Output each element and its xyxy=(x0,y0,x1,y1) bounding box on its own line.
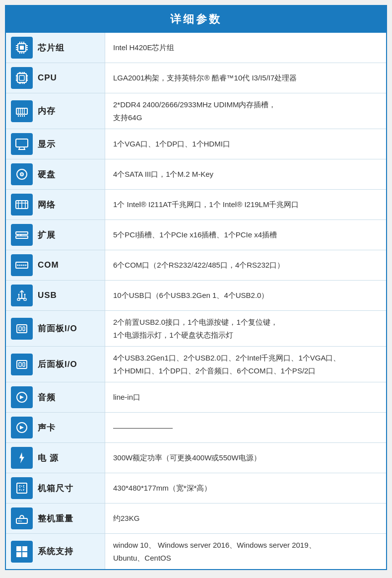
table-row-hdd: 硬盘4个SATA III口，1个M.2 M-Key xyxy=(6,159,386,190)
table-row-front-io: 前面板I/O2个前置USB2.0接口，1个电源按键，1个复位键，1个电源指示灯，… xyxy=(6,311,386,347)
network-icon xyxy=(11,194,33,216)
svg-point-62 xyxy=(25,265,27,266)
value-text-sound-card: ———————— xyxy=(113,421,173,434)
power-icon xyxy=(11,447,33,469)
value-cell-expansion: 5个PCI插槽、1个PCIe x16插槽、1个PCIe x4插槽 xyxy=(105,220,386,250)
value-text-cpu: LGA2001构架，支持英特尔® 酷睿™10代 I3/I5/I7处理器 xyxy=(113,72,297,84)
label-cell-audio: 音频 xyxy=(6,382,105,412)
table-row-weight: KG 整机重量约23KG xyxy=(6,504,386,534)
label-text-memory: 内存 xyxy=(38,105,56,117)
svg-point-47 xyxy=(21,174,22,175)
rear-io-icon xyxy=(11,354,33,375)
svg-rect-63 xyxy=(17,298,20,300)
label-text-power: 电 源 xyxy=(38,452,59,464)
label-cell-display: 显示 xyxy=(6,129,105,159)
label-text-sound-card: 声卡 xyxy=(38,422,56,434)
value-text-weight: 约23KG xyxy=(113,512,139,525)
svg-marker-77 xyxy=(19,452,24,463)
value-text-power: 300W额定功率（可更换400W或550W电源） xyxy=(113,451,261,464)
svg-rect-14 xyxy=(17,73,26,82)
table-row-display: 显示1个VGA口、1个DP口、1个HDMI口 xyxy=(6,129,386,159)
label-cell-power: 电 源 xyxy=(6,443,105,473)
label-cell-hdd: 硬盘 xyxy=(6,159,105,189)
table-row-chipset: 芯片组Intel H420E芯片组 xyxy=(6,33,386,63)
dimension-icon xyxy=(11,477,33,499)
value-text-rear-io: 4个USB3.2Gen1口、2个USB2.0口、2个Intel千兆网口、1个VG… xyxy=(113,352,340,377)
value-cell-com: 6个COM口（2个RS232/422/485口，4个RS232口） xyxy=(105,250,386,280)
label-cell-cpu: CPU xyxy=(6,63,105,93)
label-text-rear-io: 后面板I/O xyxy=(38,359,77,370)
value-cell-network: 1个 Intel® I211AT千兆网口，1个 Intel® I219LM千兆网… xyxy=(105,190,386,219)
svg-rect-15 xyxy=(19,75,24,80)
value-cell-cpu: LGA2001构架，支持英特尔® 酷睿™10代 I3/I5/I7处理器 xyxy=(105,63,386,93)
value-text-hdd: 4个SATA III口，1个M.2 M-Key xyxy=(113,168,213,181)
label-text-cpu: CPU xyxy=(38,73,57,83)
table-row-cpu: CPULGA2001构架，支持英特尔® 酷睿™10代 I3/I5/I7处理器 xyxy=(6,63,386,93)
table-row-usb: USB10个USB口（6个USB3.2Gen 1、4个USB2.0） xyxy=(6,281,386,311)
value-text-display: 1个VGA口、1个DP口、1个HDMI口 xyxy=(113,138,230,150)
audio-icon xyxy=(11,386,33,408)
table-row-os: 系统支持window 10、 Windows server 2016、Windo… xyxy=(6,534,386,569)
os-icon xyxy=(11,541,33,563)
value-cell-power: 300W额定功率（可更换400W或550W电源） xyxy=(105,443,386,473)
table-row-com: COM6个COM口（2个RS232/422/485口，4个RS232口） xyxy=(6,250,386,281)
table-row-expansion: 扩展5个PCI插槽、1个PCIe x16插槽、1个PCIe x4插槽 xyxy=(6,220,386,250)
value-text-chipset: Intel H420E芯片组 xyxy=(113,41,174,54)
label-cell-front-io: 前面板I/O xyxy=(6,311,105,346)
svg-point-61 xyxy=(23,265,25,266)
value-text-front-io: 2个前置USB2.0接口，1个电源按键，1个复位键，1个电源指示灯，1个硬盘状态… xyxy=(113,316,278,341)
svg-rect-1 xyxy=(20,46,24,50)
value-text-audio: line-in口 xyxy=(113,391,140,404)
weight-icon: KG xyxy=(11,507,33,529)
front-io-icon xyxy=(11,318,33,340)
label-text-com: COM xyxy=(38,260,59,270)
label-cell-sound-card: 声卡 xyxy=(6,413,105,442)
svg-rect-41 xyxy=(16,139,28,147)
display-icon xyxy=(11,133,33,155)
svg-rect-74 xyxy=(23,362,25,366)
label-text-chipset: 芯片组 xyxy=(38,42,65,54)
value-text-expansion: 5个PCI插槽、1个PCIe x16插槽、1个PCIe x4插槽 xyxy=(113,228,277,241)
label-text-display: 显示 xyxy=(38,139,56,150)
value-cell-hdd: 4个SATA III口，1个M.2 M-Key xyxy=(105,159,386,189)
value-text-os: window 10、 Windows server 2016、Windows s… xyxy=(113,539,316,564)
svg-point-59 xyxy=(19,265,21,266)
svg-rect-91 xyxy=(22,552,27,557)
cpu-icon xyxy=(11,67,33,89)
label-cell-rear-io: 后面板I/O xyxy=(6,347,105,382)
table-row-power: 电 源300W额定功率（可更换400W或550W电源） xyxy=(6,443,386,473)
label-text-hdd: 硬盘 xyxy=(38,169,56,180)
svg-rect-90 xyxy=(16,552,21,557)
value-cell-usb: 10个USB口（6个USB3.2Gen 1、4个USB2.0） xyxy=(105,281,386,310)
value-cell-sound-card: ———————— xyxy=(105,413,386,442)
label-cell-usb: USB xyxy=(6,281,105,310)
sound-card-icon xyxy=(11,417,33,438)
value-text-dimension: 430*480*177mm（宽*深*高） xyxy=(113,482,211,495)
label-text-audio: 音频 xyxy=(38,392,56,403)
expansion-icon xyxy=(11,224,33,246)
label-text-os: 系统支持 xyxy=(38,546,73,557)
label-text-usb: USB xyxy=(38,290,57,300)
svg-rect-73 xyxy=(19,362,21,366)
svg-rect-89 xyxy=(22,546,27,551)
label-text-front-io: 前面板I/O xyxy=(38,323,77,334)
value-cell-os: window 10、 Windows server 2016、Windows s… xyxy=(105,534,386,569)
label-cell-expansion: 扩展 xyxy=(6,220,105,250)
table-row-dimension: 机箱尺寸430*480*177mm（宽*深*高） xyxy=(6,473,386,504)
label-cell-com: COM xyxy=(6,250,105,280)
com-icon xyxy=(11,254,33,276)
svg-rect-72 xyxy=(17,361,27,368)
value-cell-audio: line-in口 xyxy=(105,382,386,412)
label-cell-weight: KG 整机重量 xyxy=(6,504,105,533)
label-cell-chipset: 芯片组 xyxy=(6,33,105,63)
specs-table: 详细参数 芯片组Intel H420E芯片组 CPU xyxy=(5,5,387,570)
value-cell-display: 1个VGA口、1个DP口、1个HDMI口 xyxy=(105,129,386,159)
value-text-network: 1个 Intel® I211AT千兆网口，1个 Intel® I219LM千兆网… xyxy=(113,198,299,211)
value-cell-weight: 约23KG xyxy=(105,504,386,533)
value-cell-chipset: Intel H420E芯片组 xyxy=(105,33,386,63)
label-text-dimension: 机箱尺寸 xyxy=(38,483,73,494)
svg-rect-54 xyxy=(16,236,28,238)
table-body: 芯片组Intel H420E芯片组 CPULGA2001构架，支持英特尔® 酷睿… xyxy=(6,33,386,569)
label-cell-dimension: 机箱尺寸 xyxy=(6,473,105,503)
table-row-audio: 音频line-in口 xyxy=(6,382,386,413)
